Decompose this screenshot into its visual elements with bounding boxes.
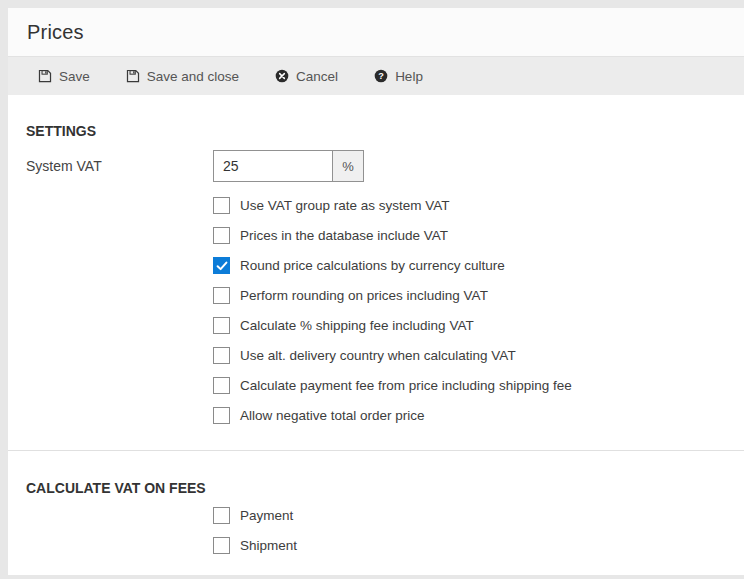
checkbox[interactable] bbox=[213, 377, 230, 394]
cancel-icon bbox=[275, 69, 289, 83]
percent-addon: % bbox=[332, 151, 363, 181]
checkbox-label[interactable]: Calculate payment fee from price includi… bbox=[240, 378, 572, 393]
checkmark-icon bbox=[216, 261, 228, 271]
save-button[interactable]: Save bbox=[28, 57, 100, 95]
cancel-button-label: Cancel bbox=[296, 69, 338, 84]
help-icon: ? bbox=[374, 69, 388, 83]
svg-text:?: ? bbox=[378, 71, 384, 81]
checkbox-row: Allow negative total order price bbox=[213, 407, 744, 424]
checkbox-label[interactable]: Prices in the database include VAT bbox=[240, 228, 448, 243]
save-icon bbox=[38, 69, 52, 83]
checkbox[interactable] bbox=[213, 347, 230, 364]
settings-section-heading: SETTINGS bbox=[26, 123, 744, 139]
checkbox-label[interactable]: Round price calculations by currency cul… bbox=[240, 258, 505, 273]
save-and-close-button-label: Save and close bbox=[147, 69, 239, 84]
checkbox-row: Calculate payment fee from price includi… bbox=[213, 377, 744, 394]
vat-on-fees-checkbox-list: Payment Shipment bbox=[213, 507, 744, 554]
checkbox-label[interactable]: Payment bbox=[240, 508, 293, 523]
checkbox-row: Use VAT group rate as system VAT bbox=[213, 197, 744, 214]
checkbox-row: Perform rounding on prices including VAT bbox=[213, 287, 744, 304]
checkbox-row: Shipment bbox=[213, 537, 744, 554]
help-button-label: Help bbox=[395, 69, 423, 84]
save-and-close-button[interactable]: Save and close bbox=[116, 57, 249, 95]
settings-checkbox-list: Use VAT group rate as system VAT Prices … bbox=[213, 197, 744, 424]
checkbox-label[interactable]: Perform rounding on prices including VAT bbox=[240, 288, 488, 303]
vat-on-fees-section-heading: CALCULATE VAT ON FEES bbox=[26, 480, 744, 496]
checkbox-row: Payment bbox=[213, 507, 744, 524]
system-vat-input-group: % bbox=[213, 150, 364, 182]
checkbox-row: Calculate % shipping fee including VAT bbox=[213, 317, 744, 334]
checkbox[interactable] bbox=[213, 507, 230, 524]
checkbox-row: Prices in the database include VAT bbox=[213, 227, 744, 244]
save-icon bbox=[126, 69, 140, 83]
checkbox-label[interactable]: Calculate % shipping fee including VAT bbox=[240, 318, 474, 333]
checkbox-label[interactable]: Use alt. delivery country when calculati… bbox=[240, 348, 516, 363]
checkbox[interactable] bbox=[213, 287, 230, 304]
system-vat-input[interactable] bbox=[214, 151, 332, 181]
checkbox[interactable] bbox=[213, 317, 230, 334]
checkbox-label[interactable]: Shipment bbox=[240, 538, 297, 553]
checkbox[interactable] bbox=[213, 407, 230, 424]
toolbar: Save Save and close Cancel bbox=[8, 57, 744, 95]
prices-window: Prices Save Save and close bbox=[8, 8, 744, 575]
checkbox-label[interactable]: Use VAT group rate as system VAT bbox=[240, 198, 450, 213]
system-vat-row: System VAT % bbox=[26, 150, 744, 182]
checkbox[interactable] bbox=[213, 227, 230, 244]
page-title: Prices bbox=[27, 21, 84, 44]
checkbox-row: Round price calculations by currency cul… bbox=[213, 257, 744, 274]
checkbox-row: Use alt. delivery country when calculati… bbox=[213, 347, 744, 364]
section-divider bbox=[8, 450, 744, 451]
cancel-button[interactable]: Cancel bbox=[265, 57, 348, 95]
checkbox[interactable] bbox=[213, 537, 230, 554]
help-button[interactable]: ? Help bbox=[364, 57, 433, 95]
checkbox[interactable] bbox=[213, 257, 230, 274]
page-header: Prices bbox=[8, 8, 744, 57]
system-vat-label: System VAT bbox=[26, 158, 213, 174]
checkbox[interactable] bbox=[213, 197, 230, 214]
content-area: SETTINGS System VAT % Use VAT group rate… bbox=[8, 95, 744, 574]
checkbox-label[interactable]: Allow negative total order price bbox=[240, 408, 425, 423]
save-button-label: Save bbox=[59, 69, 90, 84]
